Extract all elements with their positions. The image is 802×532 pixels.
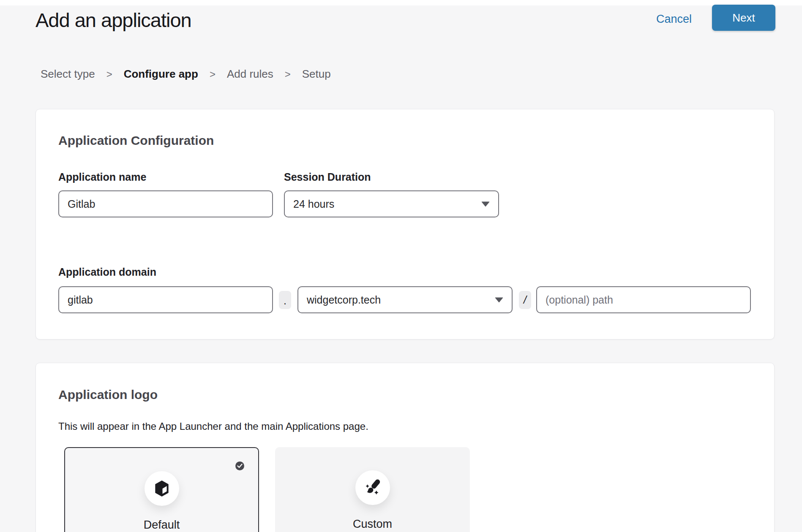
logo-option-custom[interactable]: Custom	[275, 447, 470, 532]
logo-option-label: Default	[65, 518, 258, 532]
paintbrush-icon	[363, 478, 382, 497]
path-input[interactable]	[536, 286, 751, 313]
cube-icon	[154, 480, 170, 497]
application-domain-label: Application domain	[58, 266, 156, 278]
application-configuration-card: Application Configuration Application na…	[35, 109, 775, 339]
application-logo-heading: Application logo	[58, 388, 158, 402]
breadcrumb-separator: >	[210, 68, 216, 80]
application-name-label: Application name	[58, 171, 146, 183]
domain-value: widgetcorp.tech	[307, 294, 495, 306]
session-duration-value: 24 hours	[293, 198, 481, 210]
default-logo-circle	[145, 471, 179, 506]
breadcrumb-separator: >	[106, 68, 112, 80]
breadcrumb: Select type > Configure app > Add rules …	[41, 68, 331, 81]
logo-option-label: Custom	[275, 518, 470, 531]
session-duration-select[interactable]: 24 hours	[284, 190, 499, 217]
custom-logo-circle	[355, 470, 390, 505]
logo-option-default[interactable]: Default	[64, 447, 259, 532]
breadcrumb-step-configure-app: Configure app	[124, 68, 198, 81]
chevron-down-icon	[495, 297, 503, 303]
path-slash-separator: /	[519, 291, 531, 309]
application-configuration-heading: Application Configuration	[58, 133, 214, 148]
domain-dot-separator: .	[279, 291, 291, 309]
domain-select[interactable]: widgetcorp.tech	[297, 286, 513, 313]
breadcrumb-step-add-rules[interactable]: Add rules	[227, 68, 273, 81]
application-name-input[interactable]	[58, 190, 273, 217]
page-title: Add an application	[35, 8, 191, 32]
application-logo-card: Application logo This will appear in the…	[35, 363, 775, 532]
chevron-down-icon	[481, 201, 490, 207]
next-button[interactable]: Next	[712, 5, 775, 31]
selected-check-icon	[235, 461, 244, 470]
breadcrumb-step-select-type[interactable]: Select type	[41, 68, 95, 81]
application-logo-description: This will appear in the App Launcher and…	[58, 421, 368, 432]
breadcrumb-separator: >	[285, 68, 291, 80]
top-strip	[0, 0, 802, 5]
cancel-button[interactable]: Cancel	[656, 13, 692, 26]
session-duration-label: Session Duration	[284, 171, 371, 183]
subdomain-input[interactable]	[58, 286, 273, 313]
breadcrumb-step-setup[interactable]: Setup	[302, 68, 331, 81]
